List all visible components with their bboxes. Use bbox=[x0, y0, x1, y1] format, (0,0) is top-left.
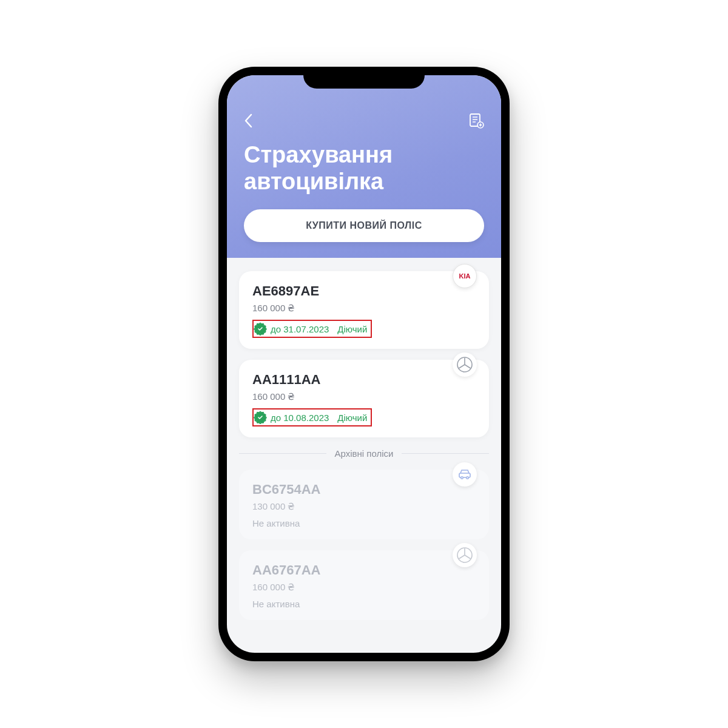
archived-policy-card[interactable]: AA6767AA 160 000 ₴ Не активна bbox=[239, 550, 489, 620]
title-line-1: Страхування bbox=[244, 142, 393, 167]
screen: Страхування автоцивілка КУПИТИ НОВИЙ ПОЛ… bbox=[227, 75, 501, 653]
mercedes-logo-icon bbox=[456, 356, 473, 373]
mercedes-logo-icon bbox=[456, 547, 473, 564]
add-document-button[interactable] bbox=[468, 113, 484, 129]
archive-section-label: Архівні поліси bbox=[335, 448, 394, 459]
license-plate: AA6767AA bbox=[252, 562, 476, 578]
coverage-amount: 160 000 ₴ bbox=[252, 391, 476, 402]
policy-card[interactable]: AA1111AA 160 000 ₴ до 10.08.2023 Діючий bbox=[239, 360, 489, 437]
header-bar bbox=[244, 112, 484, 130]
coverage-amount: 130 000 ₴ bbox=[252, 501, 476, 512]
kia-logo-text: KIA bbox=[459, 272, 471, 280]
divider-line bbox=[402, 453, 489, 454]
coverage-amount: 160 000 ₴ bbox=[252, 582, 476, 593]
valid-until-date: до 31.07.2023 bbox=[271, 324, 329, 334]
phone-frame: Страхування автоцивілка КУПИТИ НОВИЙ ПОЛ… bbox=[218, 67, 510, 661]
title-line-2: автоцивілка bbox=[244, 169, 383, 194]
verified-badge-icon bbox=[255, 412, 266, 423]
notch bbox=[303, 67, 425, 89]
chevron-left-icon bbox=[244, 113, 252, 128]
status-label: Діючий bbox=[337, 413, 367, 423]
valid-until-date: до 10.08.2023 bbox=[271, 413, 329, 423]
status-label: Не активна bbox=[252, 518, 476, 528]
page-title: Страхування автоцивілка bbox=[244, 142, 484, 195]
status-row: до 10.08.2023 Діючий bbox=[252, 408, 372, 426]
license-plate: AE6897AE bbox=[252, 283, 476, 299]
license-plate: AA1111AA bbox=[252, 372, 476, 388]
document-plus-icon bbox=[468, 113, 484, 129]
buy-new-policy-button[interactable]: КУПИТИ НОВИЙ ПОЛІС bbox=[244, 209, 484, 242]
svg-point-10 bbox=[467, 477, 469, 479]
status-label: Діючий bbox=[337, 324, 367, 334]
archive-section-divider: Архівні поліси bbox=[239, 448, 489, 459]
status-row: до 31.07.2023 Діючий bbox=[252, 320, 372, 338]
coverage-amount: 160 000 ₴ bbox=[252, 303, 476, 314]
divider-line bbox=[239, 453, 326, 454]
car-icon bbox=[457, 467, 472, 482]
license-plate: BC6754AA bbox=[252, 482, 476, 497]
verified-badge-icon bbox=[255, 323, 266, 334]
svg-point-9 bbox=[461, 477, 463, 479]
back-button[interactable] bbox=[244, 113, 252, 128]
policy-list: KIA AE6897AE 160 000 ₴ до 31.07.2023 Дію… bbox=[227, 258, 501, 620]
policy-card[interactable]: KIA AE6897AE 160 000 ₴ до 31.07.2023 Дію… bbox=[239, 271, 489, 349]
header: Страхування автоцивілка КУПИТИ НОВИЙ ПОЛ… bbox=[227, 75, 501, 258]
archived-policy-card[interactable]: BC6754AA 130 000 ₴ Не активна bbox=[239, 470, 489, 539]
status-label: Не активна bbox=[252, 599, 476, 609]
